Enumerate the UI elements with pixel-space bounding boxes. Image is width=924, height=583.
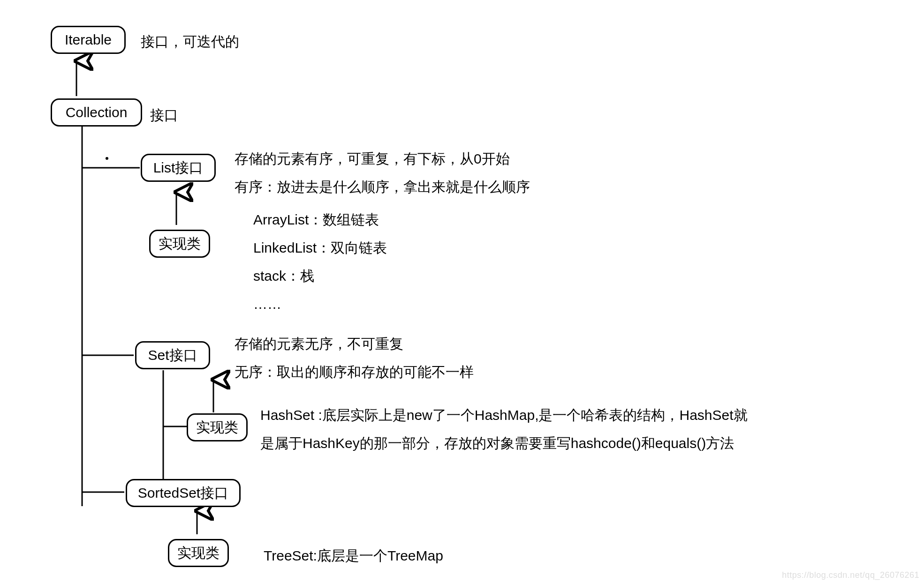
list-impl-arraylist: ArrayList：数组链表 <box>253 209 379 231</box>
set-description-1: 存储的元素无序，不可重复 <box>235 333 403 355</box>
node-list-label: List接口 <box>153 158 204 178</box>
set-description-2: 无序：取出的顺序和存放的可能不一样 <box>235 361 474 383</box>
sortedset-impl-treeset: TreeSet:底层是一个TreeMap <box>264 545 443 567</box>
diagram-canvas: Iterable 接口，可迭代的 Collection 接口 List接口 存储… <box>0 0 924 583</box>
node-sortedset-impl-label: 实现类 <box>177 544 220 563</box>
node-collection: Collection <box>51 98 142 127</box>
node-set-impl: 实现类 <box>187 413 248 441</box>
node-set: Set接口 <box>135 341 210 369</box>
node-iterable-label: Iterable <box>65 32 112 48</box>
list-description-2: 有序：放进去是什么顺序，拿出来就是什么顺序 <box>235 176 530 198</box>
list-impl-more: …… <box>253 293 281 315</box>
node-iterable: Iterable <box>51 26 126 54</box>
iterable-description: 接口，可迭代的 <box>141 30 239 53</box>
node-sortedset-label: SortedSet接口 <box>138 484 228 503</box>
node-list: List接口 <box>141 154 216 182</box>
node-set-impl-label: 实现类 <box>196 418 238 437</box>
node-sortedset: SortedSet接口 <box>126 479 241 507</box>
collection-description: 接口 <box>150 104 178 127</box>
node-list-impl-label: 实现类 <box>159 234 201 254</box>
node-set-label: Set接口 <box>148 346 197 365</box>
list-description-1: 存储的元素有序，可重复，有下标，从0开始 <box>235 148 510 170</box>
node-collection-label: Collection <box>66 105 128 120</box>
node-sortedset-impl: 实现类 <box>168 539 229 567</box>
svg-point-3 <box>106 157 108 160</box>
list-impl-linkedlist: LinkedList：双向链表 <box>253 237 387 259</box>
set-impl-hashset-2: 是属于HashKey的那一部分，存放的对象需要重写hashcode()和equa… <box>260 432 734 455</box>
list-impl-stack: stack：栈 <box>253 265 314 287</box>
node-list-impl: 实现类 <box>149 230 210 258</box>
watermark: https://blog.csdn.net/qq_26076261 <box>782 570 919 580</box>
set-impl-hashset-1: HashSet :底层实际上是new了一个HashMap,是一个哈希表的结构，H… <box>260 404 748 426</box>
